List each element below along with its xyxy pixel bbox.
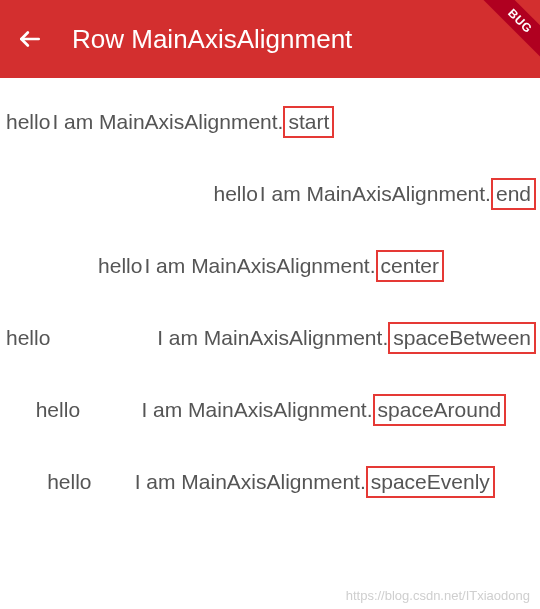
row-hello-text: hello bbox=[4, 109, 52, 134]
row-prefix-text: I am MainAxisAlignment. bbox=[260, 181, 491, 206]
row-hello-text: hello bbox=[45, 469, 93, 494]
row-value-highlight: center bbox=[376, 250, 444, 281]
back-icon[interactable] bbox=[16, 25, 44, 53]
row-value-highlight: spaceEvenly bbox=[366, 466, 495, 497]
row-value-highlight: spaceBetween bbox=[388, 322, 536, 353]
row-hello-text: hello bbox=[4, 325, 52, 350]
page-title: Row MainAxisAlignment bbox=[72, 24, 352, 55]
row-start: hello I am MainAxisAlignment. start bbox=[0, 86, 540, 158]
row-space-between: hello I am MainAxisAlignment. spaceBetwe… bbox=[0, 302, 540, 374]
watermark-text: https://blog.csdn.net/ITxiaodong bbox=[346, 588, 530, 603]
row-hello-text: hello bbox=[96, 253, 144, 278]
row-desc: I am MainAxisAlignment. spaceEvenly bbox=[135, 466, 495, 497]
row-hello-text: hello bbox=[34, 397, 82, 422]
row-value-highlight: end bbox=[491, 178, 536, 209]
row-value-highlight: start bbox=[283, 106, 334, 137]
row-space-evenly: hello I am MainAxisAlignment. spaceEvenl… bbox=[0, 446, 540, 518]
row-center: hello I am MainAxisAlignment. center bbox=[0, 230, 540, 302]
row-desc: I am MainAxisAlignment. spaceAround bbox=[141, 394, 506, 425]
row-desc: I am MainAxisAlignment. spaceBetween bbox=[157, 322, 536, 353]
row-hello-text: hello bbox=[211, 181, 259, 206]
row-prefix-text: I am MainAxisAlignment. bbox=[141, 397, 372, 422]
row-prefix-text: I am MainAxisAlignment. bbox=[157, 325, 388, 350]
row-end: hello I am MainAxisAlignment. end bbox=[0, 158, 540, 230]
row-prefix-text: I am MainAxisAlignment. bbox=[144, 253, 375, 278]
row-value-highlight: spaceAround bbox=[373, 394, 507, 425]
row-desc: I am MainAxisAlignment. center bbox=[144, 250, 443, 281]
row-desc: I am MainAxisAlignment. start bbox=[52, 106, 334, 137]
row-desc: I am MainAxisAlignment. end bbox=[260, 178, 536, 209]
row-prefix-text: I am MainAxisAlignment. bbox=[135, 469, 366, 494]
content-area: hello I am MainAxisAlignment. start hell… bbox=[0, 78, 540, 518]
row-space-around: hello I am MainAxisAlignment. spaceAroun… bbox=[0, 374, 540, 446]
app-bar: Row MainAxisAlignment bbox=[0, 0, 540, 78]
row-prefix-text: I am MainAxisAlignment. bbox=[52, 109, 283, 134]
